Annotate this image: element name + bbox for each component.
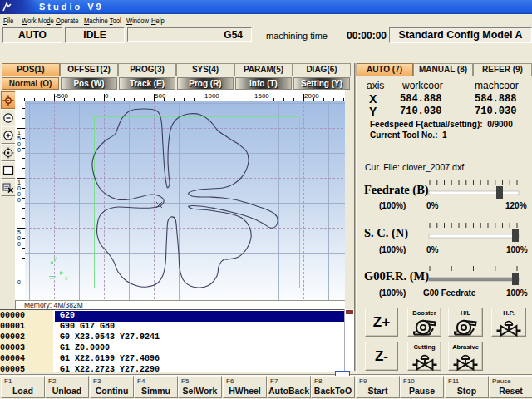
svg-text:1000: 1000 [17,180,21,203]
svg-text:500: 500 [17,229,21,247]
svg-text:-500: -500 [55,92,69,100]
svg-text:500: 500 [155,92,166,100]
svg-text:0: 0 [105,92,109,100]
svg-text:1500: 1500 [17,130,21,153]
svg-text:1000: 1000 [204,92,219,100]
svg-text:x: x [65,275,68,281]
svg-text:y: y [54,255,57,262]
svg-text:0: 0 [17,279,21,285]
svg-text:2000: 2000 [304,92,319,100]
svg-text:1500: 1500 [254,92,269,100]
